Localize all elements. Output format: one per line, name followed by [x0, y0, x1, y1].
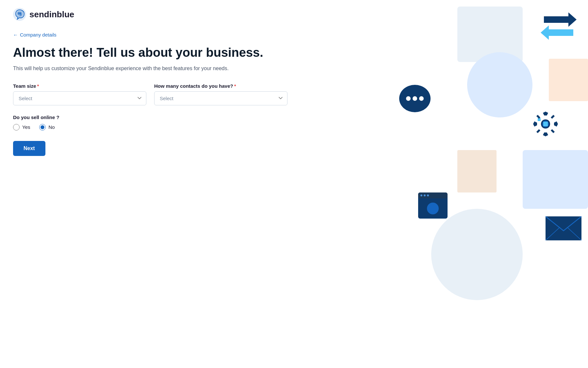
svg-point-5 — [413, 96, 417, 101]
svg-point-16 — [427, 203, 439, 214]
svg-rect-12 — [418, 192, 448, 198]
radio-no-label: No — [48, 124, 55, 130]
deco-envelope-icon — [546, 215, 581, 241]
logo-icon — [13, 8, 26, 21]
svg-point-9 — [542, 121, 549, 127]
logo-text: sendinblue — [29, 9, 74, 20]
main-content: Almost there! Tell us about your busines… — [0, 45, 301, 156]
sell-online-radio-group: Yes No — [13, 124, 287, 130]
decorative-area — [359, 0, 588, 368]
contacts-select[interactable]: Select 0–500 501–2500 2501–10000 10001–5… — [154, 91, 287, 105]
svg-line-19 — [567, 227, 581, 240]
svg-point-15 — [427, 194, 429, 196]
logo: sendinblue — [13, 8, 575, 21]
team-size-group: Team size* Select Just me 2–10 11–50 51–… — [13, 83, 146, 105]
svg-point-4 — [406, 96, 411, 101]
header: sendinblue — [0, 0, 588, 29]
back-link[interactable]: ← Company details — [13, 32, 57, 38]
team-size-required: * — [37, 83, 39, 89]
contacts-group: How many contacts do you have?* Select 0… — [154, 83, 287, 105]
radio-no-input[interactable] — [39, 124, 46, 130]
radio-no[interactable]: No — [39, 124, 55, 130]
sell-online-question: Do you sell online ? — [13, 115, 287, 120]
svg-rect-17 — [546, 216, 581, 240]
contacts-label: How many contacts do you have?* — [154, 83, 287, 89]
page-title: Almost there! Tell us about your busines… — [13, 45, 287, 60]
deco-gear-icon — [532, 111, 559, 142]
page-subtitle: This will help us customize your Sendinb… — [13, 66, 287, 71]
deco-rect-peach-top — [549, 59, 588, 101]
svg-point-6 — [419, 96, 424, 101]
svg-marker-7 — [403, 106, 412, 110]
back-link-label: Company details — [20, 32, 57, 38]
radio-yes-input[interactable] — [13, 124, 20, 130]
svg-line-18 — [546, 227, 560, 240]
radio-yes-label: Yes — [22, 124, 30, 130]
team-size-label: Team size* — [13, 83, 146, 89]
deco-app-window-icon — [418, 192, 448, 219]
deco-rect-blue-lower-right — [523, 150, 588, 209]
svg-point-14 — [424, 194, 426, 196]
contacts-required: * — [234, 83, 236, 89]
sell-online-section: Do you sell online ? Yes No — [13, 115, 287, 130]
svg-point-3 — [399, 85, 431, 112]
svg-rect-10 — [543, 122, 548, 126]
svg-rect-11 — [418, 192, 448, 219]
deco-chat-bubble-icon — [399, 85, 431, 114]
svg-point-13 — [420, 194, 422, 196]
deco-circle-blue-large — [431, 209, 523, 300]
radio-yes[interactable]: Yes — [13, 124, 30, 130]
deco-circle-blue-top — [467, 52, 532, 117]
back-arrow-icon: ← — [13, 32, 18, 38]
deco-rect-tan-lower — [457, 150, 497, 192]
next-button[interactable]: Next — [13, 141, 45, 156]
svg-rect-8 — [538, 118, 541, 121]
form-row-selects: Team size* Select Just me 2–10 11–50 51–… — [13, 83, 287, 105]
team-size-select[interactable]: Select Just me 2–10 11–50 51–200 201–500… — [13, 91, 146, 105]
